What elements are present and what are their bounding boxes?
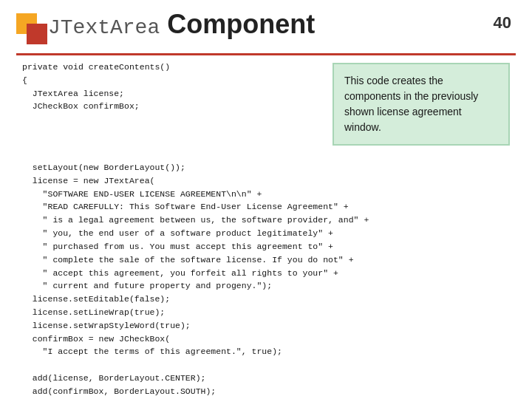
page-number: 40 xyxy=(494,13,511,33)
code-top-pre: private void createContents() { JTextAre… xyxy=(22,61,318,113)
title-code: JTextArea xyxy=(48,16,160,39)
code-main-pre: setLayout(new BorderLayout()); license =… xyxy=(22,161,510,399)
callout-text: This code creates the components in the … xyxy=(344,75,478,133)
code-top: private void createContents() { JTextAre… xyxy=(22,61,318,113)
code-main: setLayout(new BorderLayout()); license =… xyxy=(22,161,510,399)
square-red xyxy=(27,24,47,44)
callout-box: This code creates the components in the … xyxy=(332,63,510,146)
divider xyxy=(16,53,516,55)
slide: JTextArea Component 40 This code creates… xyxy=(0,0,532,399)
title-text: Component xyxy=(167,9,315,40)
decoration xyxy=(16,13,47,44)
title-area: JTextArea Component xyxy=(48,9,315,40)
